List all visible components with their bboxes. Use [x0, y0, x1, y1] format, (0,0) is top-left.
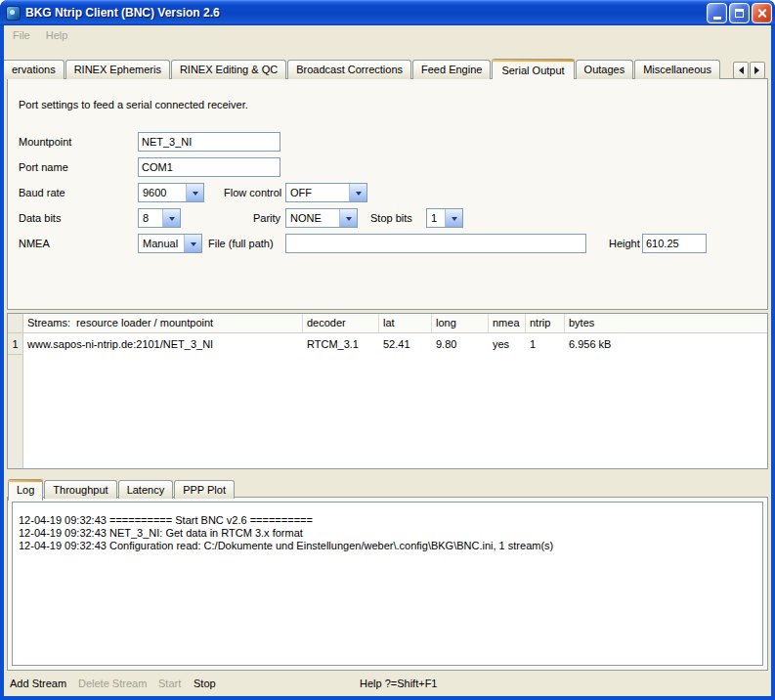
maximize-icon — [735, 9, 744, 18]
chevron-down-icon — [186, 184, 203, 201]
cell-decoder: RTCM_3.1 — [303, 333, 379, 355]
data-bits-select[interactable]: 8 — [138, 208, 181, 228]
flow-control-label: Flow control — [224, 183, 281, 202]
chevron-down-icon — [184, 235, 201, 252]
baud-rate-label: Baud rate — [19, 183, 65, 202]
parity-select[interactable]: NONE — [285, 208, 358, 228]
baud-rate-select[interactable]: 9600 — [138, 183, 204, 202]
bottom-tabbar: Log Throughput Latency PPP Plot — [8, 477, 236, 499]
app-icon — [6, 6, 21, 21]
log-frame: 12-04-19 09:32:43 ========== Start BNC v… — [7, 497, 768, 671]
chevron-down-icon — [445, 209, 462, 227]
arrow-left-icon — [735, 66, 744, 74]
log-line: 12-04-19 09:32:43 NET_3_NI: Get data in … — [19, 527, 756, 540]
window-controls — [707, 3, 772, 23]
cell-mountpoint: www.sapos-ni-ntrip.de:2101/NET_3_NI — [23, 333, 303, 355]
tab-broadcast-corrections[interactable]: Broadcast Corrections — [287, 60, 411, 79]
flow-control-select[interactable]: OFF — [285, 183, 367, 202]
app-body: File Help ervations RINEX Ephemeris RINE… — [4, 25, 771, 696]
file-path-label: File (full path) — [208, 234, 274, 253]
menubar: File Help — [4, 25, 771, 45]
tab-scroll-right-button[interactable] — [750, 62, 765, 79]
row-number-header — [8, 314, 23, 332]
tab-rinex-editing-qc[interactable]: RINEX Editing & QC — [171, 60, 286, 79]
cell-bytes: 6.956 kB — [565, 333, 767, 355]
column-header-bytes: bytes — [565, 314, 767, 332]
stop-bits-select[interactable]: 1 — [426, 208, 463, 228]
delete-stream-button[interactable]: Delete Stream — [78, 678, 147, 689]
table-row[interactable]: 1 www.sapos-ni-ntrip.de:2101/NET_3_NI RT… — [8, 333, 767, 355]
log-line: 12-04-19 09:32:43 Configuration read: C:… — [19, 540, 756, 552]
cell-long: 9.80 — [432, 333, 489, 355]
log-output[interactable]: 12-04-19 09:32:43 ========== Start BNC v… — [12, 502, 763, 666]
help-button[interactable]: Help ?=Shift+F1 — [360, 678, 438, 689]
close-icon — [756, 8, 767, 19]
file-path-input[interactable] — [285, 234, 586, 253]
close-button[interactable] — [752, 3, 772, 23]
minimize-button[interactable] — [707, 3, 727, 23]
tab-outages[interactable]: Outages — [576, 60, 634, 79]
bottom-action-bar: Add Stream Delete Stream Start Stop Help… — [4, 674, 771, 696]
port-name-label: Port name — [19, 157, 68, 177]
nmea-select[interactable]: Manual — [138, 234, 202, 253]
cell-nmea: yes — [489, 333, 526, 355]
menu-item-file[interactable]: File — [13, 29, 30, 41]
column-header-long: long — [432, 314, 489, 332]
serial-output-panel: Port settings to feed a serial connected… — [7, 78, 768, 310]
start-button[interactable]: Start — [158, 678, 181, 689]
menu-item-help[interactable]: Help — [46, 29, 68, 41]
column-header-decoder: decoder — [303, 314, 379, 332]
add-stream-button[interactable]: Add Stream — [10, 678, 66, 689]
cell-lat: 52.41 — [379, 333, 432, 355]
tab-scroll-arrows — [733, 62, 765, 79]
tab-feed-engine[interactable]: Feed Engine — [412, 60, 491, 79]
column-header-ntrip: ntrip — [526, 314, 565, 332]
main-tabbar: ervations RINEX Ephemeris RINEX Editing … — [4, 57, 771, 79]
streams-table-header: Streams: resource loader / mountpoint de… — [8, 314, 767, 333]
stop-button[interactable]: Stop — [194, 678, 216, 689]
row-number: 1 — [8, 333, 23, 355]
tab-log[interactable]: Log — [8, 479, 43, 501]
log-line: 12-04-19 09:32:43 ========== Start BNC v… — [19, 514, 756, 527]
arrow-right-icon — [754, 66, 763, 74]
data-bits-label: Data bits — [19, 208, 61, 228]
panel-description: Port settings to feed a serial connected… — [19, 99, 248, 110]
mountpoint-label: Mountpoint — [19, 132, 71, 152]
port-name-input[interactable] — [138, 157, 280, 177]
tab-observations[interactable]: ervations — [4, 60, 65, 79]
cell-ntrip: 1 — [526, 333, 565, 355]
nmea-label: NMEA — [19, 234, 50, 253]
titlebar: BKG Ntrip Client (BNC) Version 2.6 — [0, 0, 775, 25]
tab-serial-output[interactable]: Serial Output — [492, 59, 574, 79]
height-input[interactable] — [642, 234, 707, 253]
tab-miscellaneous[interactable]: Miscellaneous — [634, 60, 720, 79]
chevron-down-icon — [349, 184, 366, 201]
tab-ppp-plot[interactable]: PPP Plot — [174, 480, 235, 499]
column-header-nmea: nmea — [489, 314, 526, 332]
streams-table: Streams: resource loader / mountpoint de… — [7, 313, 768, 469]
tab-scroll-left-button[interactable] — [733, 62, 749, 79]
chevron-down-icon — [162, 209, 180, 227]
column-header-lat: lat — [379, 314, 432, 332]
window-title: BKG Ntrip Client (BNC) Version 2.6 — [25, 6, 702, 20]
height-label: Height — [609, 234, 640, 253]
tab-latency[interactable]: Latency — [118, 480, 174, 499]
app-window: BKG Ntrip Client (BNC) Version 2.6 File … — [0, 0, 775, 700]
tab-throughput[interactable]: Throughput — [44, 480, 116, 499]
mountpoint-input[interactable] — [138, 132, 280, 152]
chevron-down-icon — [339, 209, 357, 227]
column-header-mountpoint: Streams: resource loader / mountpoint — [23, 314, 303, 332]
tab-rinex-ephemeris[interactable]: RINEX Ephemeris — [65, 60, 170, 79]
parity-label: Parity — [253, 208, 280, 228]
stop-bits-label: Stop bits — [370, 208, 412, 228]
minimize-icon — [713, 17, 721, 20]
maximize-button[interactable] — [729, 3, 750, 23]
row-number-column — [8, 355, 23, 468]
